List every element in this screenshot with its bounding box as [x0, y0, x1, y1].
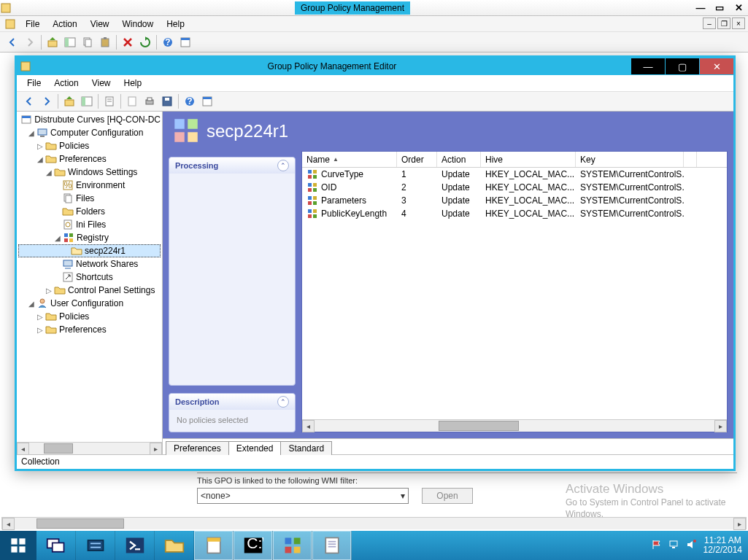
taskbar-server-manager[interactable]: [76, 531, 115, 560]
twisty-open-icon[interactable]: ◢: [27, 300, 35, 308]
tree-registry[interactable]: ◢ Registry: [18, 231, 161, 244]
mdi-restore-button[interactable]: ❐: [717, 18, 730, 29]
col-overflow[interactable]: [684, 152, 697, 167]
start-button[interactable]: [0, 531, 36, 560]
taskbar-notepad[interactable]: [312, 531, 352, 560]
tree-shortcuts[interactable]: Shortcuts: [18, 271, 161, 284]
tree-preferences[interactable]: ◢ Preferences: [18, 152, 161, 166]
tree-environment[interactable]: % Environment: [18, 179, 161, 192]
delete-button[interactable]: [120, 34, 136, 50]
inner-back-button[interactable]: [21, 93, 37, 109]
tree-root[interactable]: Distrubute Curves [HQ-CON-DC: [18, 113, 161, 126]
copy-button[interactable]: [80, 34, 96, 50]
tree-files[interactable]: Files: [18, 192, 161, 205]
taskbar-cmd[interactable]: C:\: [234, 531, 273, 560]
col-name[interactable]: Name▲: [302, 152, 397, 167]
inner-minimize-button[interactable]: —: [631, 58, 665, 74]
system-tray[interactable]: 11:21 AM 12/2/2014: [645, 531, 748, 560]
taskbar-powershell[interactable]: [115, 531, 155, 560]
menu-file[interactable]: File: [20, 18, 45, 31]
outer-minimize-button[interactable]: —: [691, 1, 710, 15]
inner-titlebar[interactable]: Group Policy Management Editor — ▢ ✕: [17, 58, 733, 75]
tab-extended[interactable]: Extended: [228, 441, 282, 455]
scroll-thumb[interactable]: [36, 518, 124, 529]
scroll-right-button[interactable]: ▸: [733, 518, 746, 530]
scroll-right-button[interactable]: ▸: [714, 420, 727, 432]
taskbar-gpm[interactable]: [194, 531, 234, 560]
outer-close-button[interactable]: ✕: [729, 1, 748, 15]
taskbar-explorer[interactable]: [155, 531, 194, 560]
collapse-button[interactable]: ⌃: [277, 396, 289, 408]
inner-forward-button[interactable]: [39, 93, 55, 109]
refresh-button[interactable]: [137, 34, 153, 50]
menu-action[interactable]: Action: [47, 18, 82, 31]
menu-window[interactable]: Window: [117, 18, 160, 31]
list-row[interactable]: PublicKeyLength4UpdateHKEY_LOCAL_MAC...S…: [302, 207, 727, 220]
twisty-closed-icon[interactable]: ▷: [36, 326, 44, 334]
twisty-open-icon[interactable]: ◢: [27, 129, 35, 137]
twisty-open-icon[interactable]: ◢: [45, 168, 53, 176]
twisty-closed-icon[interactable]: ▷: [36, 142, 44, 150]
show-hide-tree-button[interactable]: [62, 34, 78, 50]
col-action[interactable]: Action: [437, 152, 481, 167]
twisty-icon[interactable]: [18, 116, 19, 124]
inner-properties-button[interactable]: [101, 93, 117, 109]
twisty-closed-icon[interactable]: ▷: [36, 313, 44, 321]
tray-network-icon[interactable]: [668, 539, 680, 553]
tray-clock[interactable]: 11:21 AM 12/2/2014: [703, 536, 742, 555]
tree-control-panel[interactable]: ▷ Control Panel Settings: [18, 284, 161, 297]
scroll-left-button[interactable]: ◂: [17, 443, 29, 455]
tray-volume-icon[interactable]: [686, 539, 698, 553]
tab-standard[interactable]: Standard: [280, 441, 332, 455]
taskbar[interactable]: C:\ 11:21 AM 12/2/2014: [0, 531, 748, 560]
tray-flag-icon[interactable]: [651, 539, 663, 553]
list-horizontal-scrollbar[interactable]: ◂ ▸: [302, 419, 727, 432]
tree-windows-settings[interactable]: ◢ Windows Settings: [18, 166, 161, 179]
outer-titlebar[interactable]: Group Policy Management — ▭ ✕: [0, 0, 748, 16]
wmi-open-button[interactable]: Open: [422, 488, 473, 504]
inner-menu-file[interactable]: File: [21, 77, 47, 90]
tree-ini-files[interactable]: Ini Files: [18, 218, 161, 231]
inner-save-button[interactable]: [159, 93, 175, 109]
inner-maximize-button[interactable]: ▢: [666, 58, 699, 74]
col-hive[interactable]: Hive: [481, 152, 576, 167]
inner-options-button[interactable]: [199, 93, 215, 109]
scroll-left-button[interactable]: ◂: [2, 518, 15, 530]
col-order[interactable]: Order: [397, 152, 437, 167]
inner-menu-action[interactable]: Action: [48, 77, 84, 90]
tree-folders[interactable]: Folders: [18, 205, 161, 218]
tree-network-shares[interactable]: Network Shares: [18, 257, 161, 271]
inner-close-button[interactable]: ✕: [700, 58, 733, 74]
twisty-closed-icon[interactable]: ▷: [45, 287, 53, 295]
tree-user-preferences[interactable]: ▷ Preferences: [18, 323, 161, 336]
inner-menu-view[interactable]: View: [86, 77, 117, 90]
collapse-button[interactable]: ⌃: [277, 160, 289, 171]
tree-secp224r1[interactable]: secp224r1: [18, 244, 161, 257]
list-row[interactable]: CurveType1UpdateHKEY_LOCAL_MAC...SYSTEM\…: [302, 168, 727, 181]
scroll-thumb[interactable]: [44, 443, 73, 454]
scroll-left-button[interactable]: ◂: [302, 420, 315, 432]
mdi-close-button[interactable]: ×: [732, 18, 745, 29]
help-button[interactable]: ?: [160, 34, 176, 50]
list-row[interactable]: Parameters3UpdateHKEY_LOCAL_MAC...SYSTEM…: [302, 194, 727, 207]
tree-policies[interactable]: ▷ Policies: [18, 139, 161, 152]
menu-view[interactable]: View: [85, 18, 115, 31]
mdi-minimize-button[interactable]: –: [703, 18, 716, 29]
tree-computer-config[interactable]: ◢ Computer Configuration: [18, 126, 161, 139]
list-body[interactable]: CurveType1UpdateHKEY_LOCAL_MAC...SYSTEM\…: [302, 168, 727, 419]
inner-menu-help[interactable]: Help: [118, 77, 148, 90]
back-button[interactable]: [4, 34, 20, 50]
taskbar-gpme[interactable]: [273, 531, 312, 560]
tab-preferences[interactable]: Preferences: [166, 441, 229, 455]
scroll-thumb[interactable]: [439, 421, 519, 431]
options-button[interactable]: [177, 34, 193, 50]
up-button[interactable]: [45, 34, 61, 50]
console-tree[interactable]: Distrubute Curves [HQ-CON-DC ◢ Computer …: [17, 112, 162, 441]
forward-button[interactable]: [22, 34, 38, 50]
inner-print-button[interactable]: [142, 93, 158, 109]
inner-up-button[interactable]: [61, 93, 77, 109]
inner-show-hide-tree-button[interactable]: [79, 93, 95, 109]
tree-user-config[interactable]: ◢ User Configuration: [18, 297, 161, 310]
paste-button[interactable]: [97, 34, 113, 50]
wmi-filter-select[interactable]: <none> ▾: [197, 488, 409, 504]
